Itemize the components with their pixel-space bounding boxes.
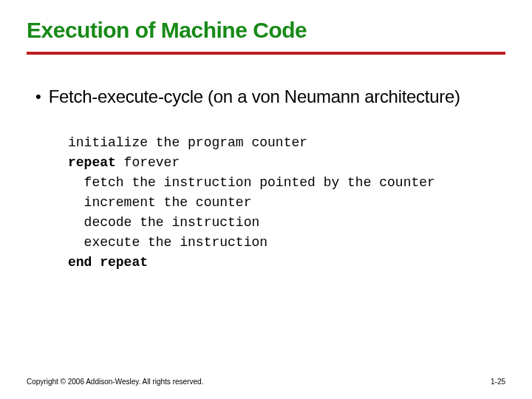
code-text: forever: [116, 155, 180, 170]
code-line: increment the counter: [68, 193, 505, 213]
title-rule: [27, 52, 505, 55]
pseudocode-block: initialize the program counter repeat fo…: [27, 133, 505, 273]
bullet-icon: •: [35, 86, 41, 108]
page-number: 1-25: [491, 378, 505, 386]
slide-title: Execution of Machine Code: [27, 18, 505, 52]
code-line: execute the instruction: [68, 233, 505, 253]
bullet-text: Fetch-execute-cycle (on a von Neumann ar…: [49, 86, 460, 108]
code-line: decode the instruction: [68, 213, 505, 233]
code-line: fetch the instruction pointed by the cou…: [68, 173, 505, 193]
slide: Execution of Machine Code • Fetch-execut…: [0, 0, 532, 273]
slide-footer: Copyright © 2006 Addison-Wesley. All rig…: [27, 378, 505, 386]
bullet-item: • Fetch-execute-cycle (on a von Neumann …: [27, 86, 505, 108]
code-line: repeat forever: [68, 153, 505, 173]
copyright-text: Copyright © 2006 Addison-Wesley. All rig…: [27, 378, 203, 386]
code-line: initialize the program counter: [68, 133, 505, 153]
code-keyword: repeat: [68, 155, 116, 170]
code-line: end repeat: [68, 253, 505, 273]
